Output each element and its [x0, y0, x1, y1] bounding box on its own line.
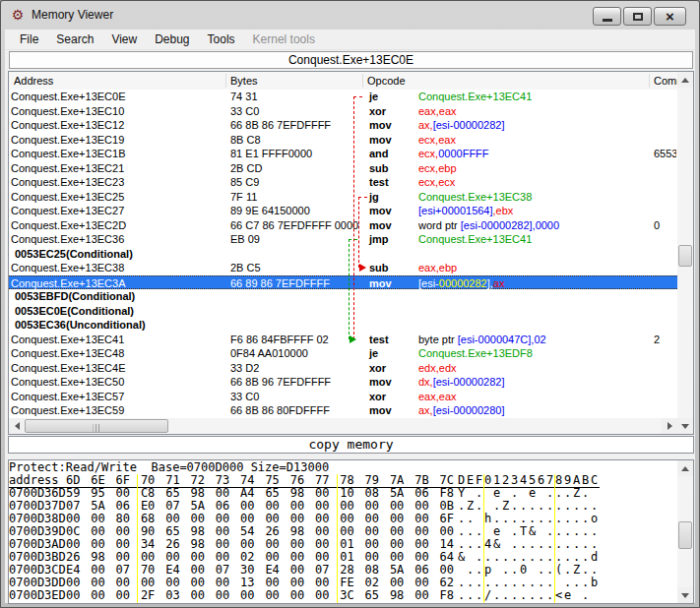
hex-byte[interactable]: 00 — [66, 589, 80, 602]
column-header-comment[interactable]: Comment — [654, 75, 677, 87]
disasm-label-row[interactable]: 0053EC36(Unconditional) — [9, 318, 677, 333]
hex-byte[interactable]: 00 — [315, 589, 329, 602]
instruction-operands: ecx,0000FFFF — [418, 147, 489, 161]
instruction-address: Conquest.Exe+13EC23 — [11, 175, 124, 190]
disasm-rows: Conquest.Exe+13EC0E74 31jeConquest.Exe+1… — [9, 90, 677, 418]
instruction-operands: word ptr [esi-00000282],0000 — [418, 218, 559, 233]
hex-byte[interactable]: 65 — [365, 589, 379, 602]
scroll-up-button[interactable] — [677, 72, 693, 88]
instruction-address: Conquest.Exe+13EC25 — [11, 190, 124, 205]
disasm-label-row[interactable]: 0053EBFD(Conditional) — [9, 289, 677, 304]
disasm-row[interactable]: Conquest.Exe+13EC5733 C0xoreax,eax — [9, 390, 677, 404]
jump-origin-label: 0053EC36(Unconditional) — [15, 318, 146, 333]
arrow-down-icon — [681, 424, 689, 429]
disasm-row[interactable]: Conquest.Exe+13EC1033 C0xoreax,eax — [9, 104, 677, 119]
menu-item-view[interactable]: View — [102, 30, 146, 48]
scroll-right-button[interactable] — [662, 418, 677, 434]
disasm-row[interactable]: Conquest.Exe+13EC2385 C9testecx,ecx — [9, 175, 677, 190]
hex-byte[interactable]: 2F — [141, 589, 155, 602]
arrow-right-icon — [668, 422, 672, 430]
arrow-up-icon — [681, 466, 689, 471]
disasm-row[interactable]: Conquest.Exe+13EC212B CDsubecx,ebp — [9, 161, 677, 176]
disasm-label-row[interactable]: 0053EC25(Conditional) — [9, 247, 677, 262]
column-header-bytes[interactable]: Bytes — [230, 75, 258, 87]
maximize-icon — [633, 13, 643, 21]
disasm-label-row[interactable]: 0053EC0E(Conditional) — [9, 304, 677, 319]
instruction-address: Conquest.Exe+13EC2D — [11, 218, 126, 233]
scroll-down-button[interactable] — [677, 418, 693, 434]
scrollbar-thumb[interactable] — [678, 245, 692, 267]
column-separator[interactable] — [649, 74, 650, 88]
jump-origin-label: 0053EC25(Conditional) — [15, 247, 133, 262]
menu-item-tools[interactable]: Tools — [199, 30, 244, 48]
hex-byte[interactable]: F8 — [440, 589, 454, 602]
disasm-row-selected[interactable]: Conquest.Exe+13EC3A66 89 86 7EFDFFFFmov[… — [9, 275, 677, 290]
hex-byte[interactable]: 00 — [290, 589, 304, 602]
column-header-address[interactable]: Address — [14, 75, 53, 87]
instruction-operands: Conquest.Exe+13EDF8 — [418, 346, 533, 361]
instruction-mnemonic: je — [369, 346, 378, 361]
minimize-button[interactable] — [593, 7, 621, 26]
hex-byte[interactable]: 00 — [414, 589, 428, 602]
hex-byte[interactable]: 03 — [165, 589, 179, 602]
arrow-up-icon — [681, 78, 689, 83]
instruction-bytes: 81 E1 FFFF0000 — [230, 147, 312, 161]
instruction-mnemonic: mov — [369, 118, 392, 133]
disasm-row[interactable]: Conquest.Exe+13EC198B C8movecx,eax — [9, 133, 677, 148]
instruction-bytes: 66 C7 86 7EFDFFFF 0000 — [230, 218, 358, 233]
instruction-mnemonic: and — [369, 147, 389, 161]
hex-vertical-scrollbar[interactable] — [677, 460, 693, 603]
hex-byte[interactable]: 00 — [216, 589, 229, 602]
disasm-row[interactable]: Conquest.Exe+13EC2D66 C7 86 7EFDFFFF 000… — [9, 218, 677, 233]
column-separator[interactable] — [225, 74, 226, 88]
hex-byte[interactable]: 00 — [240, 589, 254, 602]
hex-byte[interactable]: 3C — [340, 589, 353, 602]
scroll-left-button[interactable] — [9, 418, 25, 434]
scrollbar-thumb[interactable] — [25, 419, 168, 433]
instruction-bytes: 33 C0 — [230, 390, 259, 404]
disasm-horizontal-scrollbar[interactable] — [9, 418, 677, 434]
disasm-row[interactable]: Conquest.Exe+13EC1B81 E1 FFFF0000andecx,… — [9, 147, 677, 161]
scrollbar-thumb[interactable] — [678, 521, 692, 549]
instruction-comment: 2 — [654, 333, 676, 347]
disasm-row[interactable]: Conquest.Exe+13EC257F 11jgConquest.Exe+1… — [9, 190, 677, 205]
disasm-row[interactable]: Conquest.Exe+13EC480F84 AA010000jeConque… — [9, 346, 677, 361]
instruction-address: Conquest.Exe+13EC27 — [11, 204, 124, 218]
disasm-row[interactable]: Conquest.Exe+13EC2789 9E 64150000mov[esi… — [9, 204, 677, 218]
menu-item-search[interactable]: Search — [47, 30, 102, 48]
hex-byte[interactable]: 00 — [116, 589, 130, 602]
copy-memory-button[interactable]: copy memory — [8, 436, 694, 454]
menu-item-file[interactable]: File — [11, 30, 47, 48]
disasm-row[interactable]: Conquest.Exe+13EC4E33 D2xoredx,edx — [9, 361, 677, 376]
hex-byte[interactable]: 98 — [390, 589, 404, 602]
disasm-row[interactable]: Conquest.Exe+13EC5066 8B 96 7EFDFFFFmovd… — [9, 375, 677, 390]
disasm-row[interactable]: Conquest.Exe+13EC1266 8B 86 7EFDFFFFmova… — [9, 118, 677, 133]
instruction-bytes: 7F 11 — [230, 190, 257, 205]
scroll-up-button[interactable] — [677, 460, 693, 476]
disasm-row[interactable]: Conquest.Exe+13EC41F6 86 84FBFFFF 02test… — [9, 333, 677, 347]
close-button[interactable]: × — [654, 7, 686, 26]
column-separator[interactable] — [362, 74, 363, 88]
instruction-bytes: 85 C9 — [230, 175, 259, 190]
disasm-row[interactable]: Conquest.Exe+13EC382B C5subeax,ebp — [9, 261, 677, 275]
maximize-button[interactable] — [623, 7, 652, 26]
disasm-row[interactable]: Conquest.Exe+13EC36EB 09jmpConquest.Exe+… — [9, 232, 677, 247]
column-header-opcode[interactable]: Opcode — [367, 75, 406, 87]
title-bar[interactable]: ⚙ Memory Viewer × — [1, 1, 699, 30]
hex-byte[interactable]: 00 — [191, 589, 205, 602]
instruction-address: Conquest.Exe+13EC41 — [11, 333, 124, 347]
hex-byte[interactable]: 00 — [91, 589, 104, 602]
instruction-address: Conquest.Exe+13EC19 — [11, 133, 124, 148]
hexview[interactable]: Protect:Read/Write Base=0700D000 Size=D1… — [9, 460, 677, 603]
menu-item-debug[interactable]: Debug — [146, 30, 198, 48]
disasm-vertical-scrollbar[interactable] — [677, 72, 693, 434]
instruction-operands: byte ptr [esi-0000047C],02 — [418, 333, 546, 347]
current-address-field[interactable]: Conquest.Exe+13EC0E — [9, 51, 693, 69]
hex-byte[interactable]: 00 — [265, 589, 279, 602]
disasm-row[interactable]: Conquest.Exe+13EC0E74 31jeConquest.Exe+1… — [9, 90, 677, 104]
scroll-down-button[interactable] — [677, 587, 693, 603]
disasm-row[interactable]: Conquest.Exe+13EC5966 8B 86 80FDFFFFmova… — [9, 403, 677, 418]
jump-origin-label: 0053EC0E(Conditional) — [15, 304, 134, 319]
arrow-down-icon — [681, 593, 689, 598]
instruction-mnemonic: mov — [369, 204, 392, 218]
